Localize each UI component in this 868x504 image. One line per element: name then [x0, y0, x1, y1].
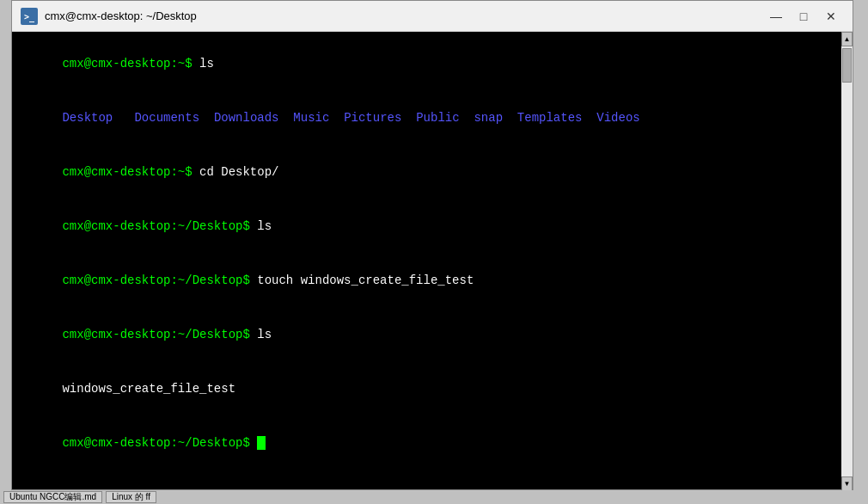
dir-item: Desktop — [62, 111, 113, 125]
terminal-line: cmx@cmx-desktop:~/Desktop$ ls — [19, 200, 846, 254]
taskbar-item-2[interactable]: Linux 的 ff — [106, 491, 156, 503]
terminal-line: Desktop Documents Downloads Music Pictur… — [19, 91, 846, 145]
title-bar: >_ cmx@cmx-desktop: ~/Desktop — □ ✕ — [12, 1, 853, 32]
dir-item: Public — [416, 111, 459, 125]
close-button[interactable]: ✕ — [818, 5, 844, 28]
svg-text:>_: >_ — [24, 12, 35, 22]
prompt: cmx@cmx-desktop:~/Desktop$ — [62, 436, 257, 450]
command-text: ls — [199, 57, 214, 71]
window-title: cmx@cmx-desktop: ~/Desktop — [45, 9, 763, 22]
terminal-body[interactable]: cmx@cmx-desktop:~$ ls Desktop Documents … — [12, 32, 853, 489]
taskbar-bottom: Ubuntu NGCC编辑.md Linux 的 ff — [0, 490, 868, 504]
dir-item: Documents — [134, 111, 199, 125]
dir-item: Downloads — [214, 111, 279, 125]
command-text: touch windows_create_file_test — [257, 274, 474, 287]
dir-item: Pictures — [344, 111, 401, 125]
prompt: cmx@cmx-desktop:~$ — [62, 165, 199, 179]
prompt: cmx@cmx-desktop:~$ — [62, 57, 199, 71]
window-controls: — □ ✕ — [763, 5, 844, 28]
prompt: cmx@cmx-desktop:~/Desktop$ — [62, 219, 257, 233]
terminal-line: cmx@cmx-desktop:~/Desktop$ ls — [19, 308, 846, 362]
command-text: ls — [257, 219, 272, 233]
scrollbar[interactable]: ▲ ▼ — [841, 32, 853, 491]
terminal-line: cmx@cmx-desktop:~/Desktop$ touch windows… — [19, 254, 846, 308]
dir-item: snap — [474, 111, 503, 125]
taskbar-item-1[interactable]: Ubuntu NGCC编辑.md — [3, 491, 102, 503]
terminal-line: cmx@cmx-desktop:~/Desktop$ — [19, 416, 846, 470]
terminal-line: cmx@cmx-desktop:~$ ls — [19, 37, 846, 91]
prompt: cmx@cmx-desktop:~/Desktop$ — [62, 328, 257, 341]
dir-item: Templates — [517, 111, 583, 125]
terminal-cursor — [257, 436, 266, 450]
dir-item: Music — [293, 111, 329, 125]
prompt: cmx@cmx-desktop:~/Desktop$ — [62, 274, 257, 287]
minimize-button[interactable]: — — [763, 5, 789, 28]
scrollbar-thumb[interactable] — [842, 48, 852, 83]
terminal-line: cmx@cmx-desktop:~$ cd Desktop/ — [19, 145, 846, 200]
terminal-line: windows_create_file_test — [19, 362, 846, 416]
scrollbar-track[interactable] — [841, 46, 853, 476]
terminal-icon: >_ — [21, 8, 38, 25]
command-text: ls — [257, 328, 272, 341]
scroll-up-arrow[interactable]: ▲ — [841, 32, 853, 46]
terminal-window: >_ cmx@cmx-desktop: ~/Desktop — □ ✕ cmx@… — [11, 0, 853, 490]
command-text: cd Desktop/ — [199, 165, 278, 179]
scroll-down-arrow[interactable]: ▼ — [841, 476, 853, 491]
file-item: windows_create_file_test — [62, 382, 235, 396]
dir-item: Videos — [596, 111, 639, 125]
maximize-button[interactable]: □ — [791, 5, 816, 28]
